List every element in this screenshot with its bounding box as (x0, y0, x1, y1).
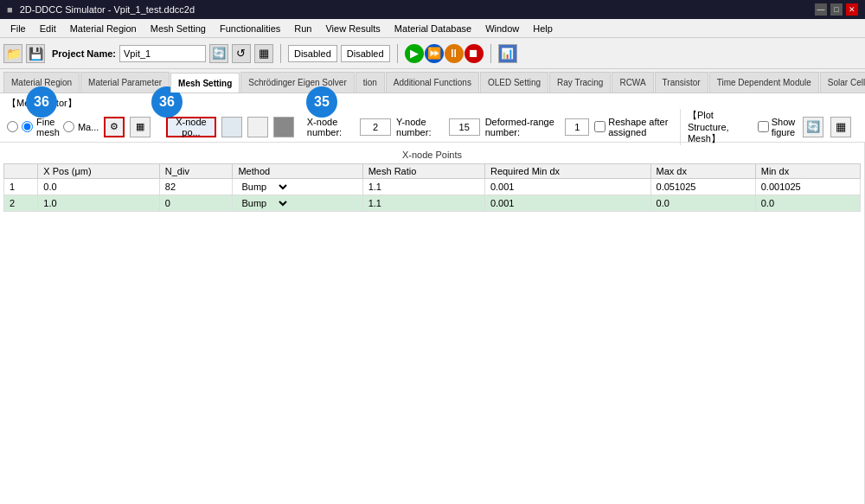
radio-option-1[interactable] (7, 121, 18, 132)
content-area: 【Mesh Editor】 Fine mesh Ma... ⚙ ▦ X-node… (0, 93, 865, 504)
tab-tion[interactable]: tion (356, 72, 385, 93)
refresh-icon[interactable]: 🔄 (209, 44, 228, 63)
xnode-points-button[interactable]: X-node po... (166, 117, 216, 137)
run-fast-forward-button[interactable]: ⏩ (425, 44, 444, 63)
menu-edit[interactable]: Edit (33, 22, 63, 35)
grid-plot-button[interactable]: ▦ (830, 117, 851, 137)
status-disabled-2[interactable]: Disabled (341, 45, 390, 62)
radio-group[interactable]: Fine mesh Ma... (7, 117, 99, 137)
minimize-button[interactable]: — (815, 3, 827, 16)
menu-functionalities[interactable]: Functionalities (213, 22, 287, 35)
left-panel: X-node Points X Pos (μm) N_div Method Me… (0, 143, 865, 504)
col-header-num (4, 164, 38, 179)
ynode-number-label: Y-node number: (396, 117, 444, 137)
col-header-method: Method (233, 164, 362, 179)
menu-material-database[interactable]: Material Database (388, 22, 478, 35)
save-icon[interactable]: 💾 (26, 44, 45, 63)
table-row: 10.082Bump1.10.0010.0510250.001025 (4, 179, 861, 195)
toolbar: 📁 💾 Project Name: 🔄 ↺ ▦ Disabled Disable… (0, 38, 865, 69)
menu-view-results[interactable]: View Results (318, 22, 387, 35)
radio-fine-mesh[interactable] (22, 121, 33, 132)
menu-run[interactable]: Run (287, 22, 318, 35)
window-title: 2D-DDCC Simulator - Vpit_1_test.ddcc2d (20, 4, 195, 15)
tab-additional-functions[interactable]: Additional Functions (386, 72, 479, 93)
window-controls[interactable]: — □ ✕ (815, 3, 858, 16)
menu-window[interactable]: Window (478, 22, 526, 35)
table-title: X-node Points (3, 146, 861, 163)
radio-option-3[interactable] (63, 121, 74, 132)
show-figure-checkbox[interactable] (758, 121, 769, 132)
deformed-range-label: Deformed-range number: (485, 117, 561, 137)
col-header-min-dx: Min dx (755, 164, 860, 179)
tab-mesh-setting[interactable]: Mesh Setting (170, 73, 240, 93)
project-name-label: Project Name: (52, 48, 116, 59)
grid-mesh-icon: ▦ (136, 121, 144, 132)
menu-material-region[interactable]: Material Region (63, 22, 144, 35)
menu-bar: File Edit Material Region Mesh Setting F… (0, 19, 865, 38)
menu-file[interactable]: File (3, 22, 33, 35)
mesh-btn-4[interactable] (273, 117, 294, 137)
chart-icon[interactable]: 📊 (498, 44, 517, 63)
reshape-checkbox[interactable] (594, 121, 606, 132)
tab-oled-setting[interactable]: OLED Setting (480, 72, 548, 93)
tab-time-dependent[interactable]: Time Dependent Module (709, 72, 819, 93)
col-header-xpos: X Pos (μm) (38, 164, 159, 179)
close-button[interactable]: ✕ (846, 3, 858, 16)
tab-rcwa[interactable]: RCWA (612, 72, 653, 93)
run-play-button[interactable]: ▶ (405, 44, 424, 63)
gear-settings-button[interactable]: ⚙ (104, 117, 125, 137)
ynode-number-input[interactable] (449, 118, 480, 136)
mesh-editor-toolbar: Fine mesh Ma... ⚙ ▦ X-node po... X-node … (0, 112, 865, 143)
badge-35: 35 (306, 86, 337, 118)
col-header-mesh-ratio: Mesh Ratio (362, 164, 484, 179)
reload-icon[interactable]: ↺ (232, 44, 251, 63)
method-select[interactable]: Bump (238, 197, 290, 209)
title-bar: ■ 2D-DDCC Simulator - Vpit_1_test.ddcc2d… (0, 0, 865, 19)
col-header-max-dx: Max dx (650, 164, 755, 179)
xnode-number-label: X-node number: (307, 117, 355, 137)
tab-ray-tracing[interactable]: Ray Tracing (549, 72, 611, 93)
table-row: 21.00Bump1.10.0010.00.0 (4, 195, 861, 212)
folder-icon[interactable]: 📁 (3, 44, 22, 63)
tab-solar-cell[interactable]: Solar Cell (820, 72, 865, 93)
run-pause-button[interactable]: ⏸ (445, 44, 464, 63)
table-container: X-node Points X Pos (μm) N_div Method Me… (0, 143, 864, 504)
gear-icon: ⚙ (110, 121, 119, 132)
project-name-input[interactable] (119, 45, 206, 62)
menu-mesh-setting[interactable]: Mesh Setting (144, 22, 213, 35)
maximize-button[interactable]: □ (830, 3, 843, 16)
col-header-req-min-dx: Required Min dx (484, 164, 650, 179)
reshape-checkbox-group[interactable]: Reshape after assigned (594, 117, 675, 137)
run-stop-button[interactable]: ⏹ (465, 44, 484, 63)
deformed-range-input[interactable] (565, 118, 589, 136)
method-select[interactable]: Bump (238, 181, 290, 193)
refresh-plot-button[interactable]: 🔄 (803, 117, 823, 137)
plot-structure-panel: 【Plot Structure, Mesh】 Show figure 🔄 ▦ (680, 109, 858, 145)
reshape-label: Reshape after assigned (608, 117, 675, 137)
run-buttons[interactable]: ▶ ⏩ ⏸ ⏹ (405, 44, 484, 63)
plot-structure-header: 【Plot Structure, Mesh】 (688, 109, 751, 145)
grid-icon[interactable]: ▦ (254, 44, 273, 63)
mesh-btn-2[interactable] (221, 117, 242, 137)
fine-mesh-label: Fine mesh (36, 117, 60, 137)
show-figure-checkbox-group[interactable]: Show figure (758, 117, 796, 137)
status-disabled-1[interactable]: Disabled (288, 45, 337, 62)
grid-mesh-button[interactable]: ▦ (130, 117, 151, 137)
show-figure-label: Show figure (772, 117, 796, 137)
mesh-btn-3[interactable] (247, 117, 268, 137)
badge-36a: 36 (26, 86, 57, 118)
tabs-row: Material Region Material Parameter Mesh … (0, 69, 865, 93)
menu-help[interactable]: Help (526, 22, 560, 35)
radio-option-3-label: Ma... (78, 122, 99, 132)
tab-transistor[interactable]: Transistor (655, 72, 708, 93)
col-header-ndiv: N_div (159, 164, 233, 179)
tab-schrodinger[interactable]: Schrödinger Eigen Solver (240, 72, 354, 93)
xnode-table: X Pos (μm) N_div Method Mesh Ratio Requi… (3, 163, 861, 212)
xnode-number-input[interactable] (360, 118, 391, 136)
